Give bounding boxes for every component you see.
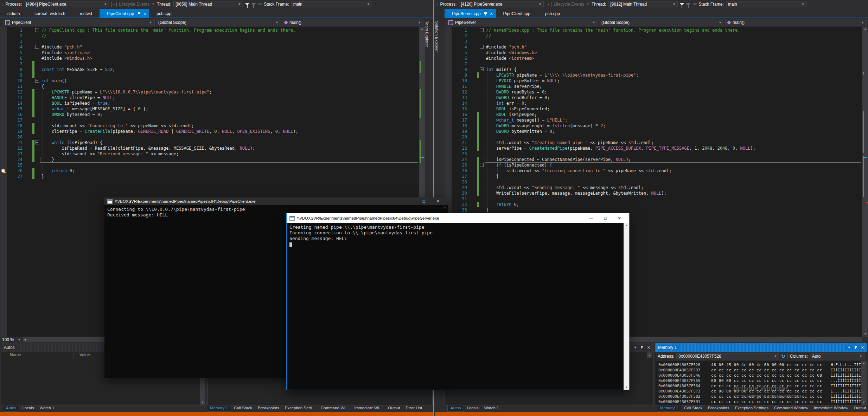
autos-col-name[interactable]: Name <box>10 352 21 357</box>
fold-collapse-icon[interactable]: − <box>480 67 484 71</box>
thread-dropdown[interactable]: [9656] Main Thread▼ <box>173 1 243 7</box>
bottom-tab-Locals[interactable]: Locals <box>19 405 37 412</box>
bottom-tab-Output[interactable]: Output <box>385 405 403 412</box>
line-number[interactable]: 17 <box>445 117 467 123</box>
line-number[interactable]: 25 <box>445 162 467 168</box>
console-title-bar[interactable]: \\VBOXSVR\Experiments\namedPipes\namedPi… <box>104 197 448 205</box>
refresh-icon[interactable]: ↻ <box>781 353 785 359</box>
bottom-tab-Autos[interactable]: Autos <box>3 405 19 412</box>
project-dropdown[interactable]: PipeServer▼ <box>446 19 598 26</box>
console-window-pipeserver[interactable]: \\VBOXSVR\Experiments\namedPipes\namedPi… <box>286 213 630 390</box>
method-dropdown[interactable]: main()▼ <box>725 19 867 26</box>
close-icon[interactable]: ✕ <box>861 345 864 350</box>
scope-dropdown[interactable]: (Global Scope)▼ <box>599 19 724 26</box>
project-dropdown[interactable]: PipeClient▼ <box>3 19 155 26</box>
line-number[interactable]: 13 <box>0 95 23 100</box>
line-number[interactable]: 4 <box>445 44 467 50</box>
suppress-icon[interactable]: ✕✕ <box>258 2 262 6</box>
bottom-tab-Error List[interactable]: Error List <box>403 405 425 412</box>
thread-dropdown[interactable]: [9612] Main Thread▼ <box>608 1 678 7</box>
line-number[interactable]: 9 <box>445 72 467 78</box>
lifecycle-chevron-icon[interactable]: ▼ <box>586 2 589 6</box>
line-number[interactable]: 27 <box>445 174 467 179</box>
bottom-tab-Exception Setti...[interactable]: Exception Setti... <box>282 405 318 412</box>
window-position-icon[interactable]: ▼ <box>634 346 637 349</box>
minimize-button[interactable]: — <box>403 199 417 204</box>
pin-icon[interactable] <box>138 12 141 16</box>
line-number[interactable]: 3 <box>0 39 23 44</box>
editor-vertical-scrollbar[interactable]: ▲ ▼ <box>862 27 868 337</box>
line-number[interactable]: 11 <box>0 84 23 89</box>
columns-dropdown[interactable]: Auto▼ <box>810 353 864 359</box>
bottom-tab-Immediate Wi...[interactable]: Immediate Wi... <box>351 405 385 412</box>
line-number[interactable]: 1 <box>445 27 467 33</box>
tab-iosfwd[interactable]: iosfwd <box>73 9 100 18</box>
scroll-down-icon[interactable]: ▼ <box>201 401 204 404</box>
close-icon[interactable]: ✕ <box>490 12 493 16</box>
fold-collapse-icon[interactable]: − <box>35 141 39 144</box>
maximize-button[interactable]: □ <box>417 199 431 204</box>
tab-pch.cpp[interactable]: pch.cpp <box>538 9 567 18</box>
line-number[interactable]: 28 <box>445 179 467 185</box>
bottom-tab-Locals[interactable]: Locals <box>464 405 481 412</box>
flag-filter-icon[interactable] <box>251 3 256 6</box>
console-title-bar[interactable]: \\VBOXSVR\Experiments\namedPipes\namedPi… <box>287 213 629 223</box>
bottom-tab-Exception Settings[interactable]: Exception Settings <box>732 405 771 412</box>
fold-collapse-icon[interactable]: − <box>480 163 484 167</box>
line-number[interactable]: 12 <box>0 89 23 95</box>
fold-collapse-icon[interactable]: − <box>35 79 39 83</box>
pin-icon[interactable] <box>854 345 857 350</box>
lifecycle-events-label[interactable]: Lifecycle Events <box>554 2 584 7</box>
line-number[interactable]: 6 <box>445 56 467 61</box>
line-number[interactable]: 20 <box>445 134 467 140</box>
line-number[interactable]: 18 <box>445 123 467 129</box>
process-dropdown[interactable]: [4120] PipeServer.exe▼ <box>459 1 544 7</box>
line-number[interactable]: 33 <box>445 207 467 213</box>
line-number[interactable]: 19 <box>445 129 467 134</box>
line-number[interactable]: 22 <box>445 145 467 151</box>
line-number[interactable]: 13 <box>445 95 467 100</box>
line-number[interactable]: 18 <box>0 123 23 129</box>
window-position-icon[interactable]: ▼ <box>848 346 851 349</box>
scroll-left-icon[interactable]: ◀ <box>24 337 26 342</box>
process-dropdown[interactable]: [4984] PipeClient.exe▼ <box>24 1 109 7</box>
line-number[interactable]: 2 <box>445 33 467 39</box>
filter-icon[interactable] <box>680 3 684 6</box>
line-number[interactable]: 17 <box>0 117 23 123</box>
line-number[interactable]: 15 <box>0 106 23 112</box>
tab-corecrt_wstdio.h[interactable]: corecrt_wstdio.h <box>27 9 72 18</box>
scroll-down-icon[interactable]: ▼ <box>861 401 867 404</box>
fold-collapse-icon[interactable]: − <box>480 45 484 49</box>
toolbar-grip[interactable]: ⁞⁞ <box>436 2 438 6</box>
bottom-tab-Call Stack[interactable]: Call Stack <box>231 405 255 412</box>
line-number[interactable]: 27 <box>0 174 23 179</box>
line-number[interactable]: 23 <box>0 151 23 157</box>
console-output[interactable]: ▲ ▼ Creating named pipe \\.\pipe\mantvyd… <box>287 223 629 390</box>
suppress-icon[interactable]: ✕✕ <box>693 2 696 6</box>
autos-scrollbar[interactable]: ▲ <box>647 352 652 358</box>
tab-stdio.h[interactable]: stdio.h <box>0 9 27 18</box>
toolbar-grip[interactable]: ⁞⁞ <box>1 2 3 6</box>
pin-icon[interactable] <box>484 12 487 16</box>
lifecycle-events-icon[interactable]: ▸ <box>111 2 117 7</box>
line-number[interactable]: 8 <box>0 67 23 72</box>
line-number[interactable]: 15 <box>445 106 467 112</box>
line-number[interactable]: 25 <box>0 162 23 168</box>
line-number[interactable]: 10 <box>445 78 467 84</box>
scope-dropdown[interactable]: (Global Scope)▼ <box>156 19 281 26</box>
memory-scrollbar[interactable]: ▲ ▼ <box>861 361 867 405</box>
tab-PipeClient.cpp[interactable]: PipeClient.cpp✕ <box>100 9 149 18</box>
bottom-tab-Memory 1[interactable]: Memory 1 <box>207 405 231 412</box>
line-number[interactable]: 26 <box>445 168 467 174</box>
bottom-tab-Memory 1[interactable]: Memory 1 <box>657 405 681 412</box>
line-number[interactable]: 11 <box>445 84 467 89</box>
line-number[interactable]: 16 <box>445 112 467 117</box>
line-number[interactable]: 8 <box>445 67 467 72</box>
scroll-up-icon[interactable]: ▲ <box>861 362 867 365</box>
tab-pch.cpp[interactable]: pch.cpp <box>149 9 179 18</box>
line-number[interactable]: 31 <box>445 196 467 202</box>
close-icon[interactable]: ✕ <box>647 345 650 350</box>
bottom-tab-Breakpoints[interactable]: Breakpoints <box>705 405 732 412</box>
autos-col-value[interactable]: Value <box>79 352 90 357</box>
bottom-tab-Watch 1[interactable]: Watch 1 <box>481 405 502 412</box>
